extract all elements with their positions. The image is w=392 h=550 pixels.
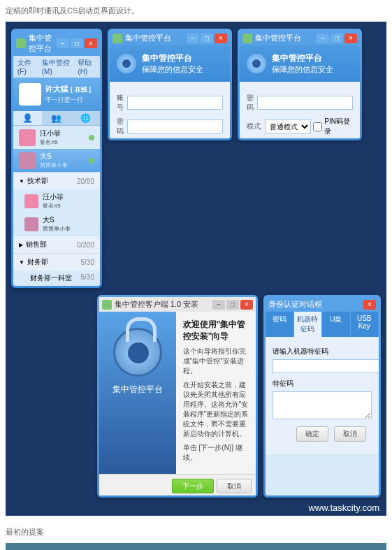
- minimize-button[interactable]: −: [212, 300, 225, 310]
- contact-avatar: [24, 194, 38, 208]
- watermark: www.taskcity.com: [308, 502, 379, 513]
- contact-name: 汪小菲: [43, 192, 94, 202]
- contact-sig: 签名X5: [43, 202, 94, 210]
- lock-icon: [247, 54, 266, 73]
- ok-button[interactable]: 确定: [296, 426, 328, 442]
- password-label: 密码: [247, 93, 257, 113]
- contact-name: 大S: [40, 152, 85, 161]
- tab-recent[interactable]: 🌐: [71, 111, 100, 125]
- contact-name: 汪小菲: [40, 129, 85, 138]
- auth-dialog: 身份认证对话框 × 密码 机器特征码 U盘 USB Key 请输入机器特征码: [263, 295, 381, 498]
- auth-tab-machine[interactable]: 机器特征码: [294, 312, 323, 337]
- mode-select[interactable]: 普通模式: [265, 120, 311, 133]
- auth-tab-usbkey[interactable]: USB Key: [351, 312, 379, 337]
- password-input[interactable]: [257, 96, 353, 110]
- profile-sig[interactable]: 干一行爱一行: [45, 96, 91, 105]
- auth-tab-usb[interactable]: U盘: [322, 312, 351, 337]
- pin-checkbox[interactable]: [313, 122, 322, 131]
- installer-window: 集中管控客户端 1.0 安装 −□× 集中管控平台 欢迎使用"集中管控安装"向导…: [97, 295, 258, 498]
- installer-text: 这个向导将指引你完成"集中管控"安装进程。: [183, 347, 249, 376]
- minimize-button[interactable]: −: [57, 38, 69, 48]
- section2-title: 最初的提案: [6, 527, 386, 537]
- installer-text: 在开始安装之前，建议先关闭其他所有应用程序。这将允许"安装程序"更新指定的系统文…: [183, 380, 249, 439]
- lock-icon: [117, 54, 136, 73]
- subgroup-finance[interactable]: 财务部一科室 5/30: [13, 270, 100, 286]
- avatar[interactable]: [19, 83, 41, 106]
- contact-avatar: [24, 217, 38, 231]
- tab-bar: 👤 👥 🌐: [13, 111, 100, 126]
- login-window-1: 集中管控平台 −□× 集中管控平台保障您的信息安全 账号 密码 设置普通模式PI…: [108, 29, 232, 140]
- close-button[interactable]: ×: [344, 34, 357, 43]
- account-input[interactable]: [127, 96, 223, 110]
- group-count: 0/200: [77, 241, 94, 249]
- contact-item-selected[interactable]: 大S简简单小事: [13, 149, 100, 172]
- contact-name: 大S: [43, 215, 94, 225]
- close-button[interactable]: ×: [215, 34, 227, 43]
- group-count: 5/30: [81, 259, 94, 266]
- maximize-button[interactable]: □: [201, 34, 213, 43]
- chevron-right-icon: ▶: [19, 242, 23, 248]
- contact-avatar: [19, 129, 36, 146]
- contact-avatar: [19, 152, 36, 169]
- group-tech[interactable]: ▼ 技术部 20/80: [13, 172, 100, 189]
- password-input[interactable]: [127, 120, 223, 133]
- status-dot: [89, 158, 94, 164]
- group-name: 销售部: [26, 240, 77, 249]
- installer-text: 单击 [下一步(N)] 继续。: [183, 443, 249, 463]
- account-label: 账号: [117, 93, 127, 113]
- chevron-down-icon: ▼: [19, 259, 24, 266]
- profile-status[interactable]: [ 在线 ]: [71, 86, 91, 93]
- profile-name: 许大猛: [45, 85, 68, 93]
- auth-code-input[interactable]: [273, 359, 379, 373]
- login-header: 集中管控平台保障您的信息安全: [272, 52, 333, 75]
- app-icon: [16, 38, 26, 48]
- minimize-button[interactable]: −: [317, 34, 329, 43]
- maximize-button[interactable]: □: [226, 300, 239, 310]
- window-title: 集中管控平台: [125, 33, 187, 43]
- menu-main[interactable]: 集中管控(M): [42, 58, 71, 75]
- login-window-2: 集中管控平台 −□× 集中管控平台保障您的信息安全 密码 模式普通模式PIN码登…: [238, 29, 362, 140]
- blue-canvas: 集中管控平台 − □ × 文件(F) 集中管控(M) 帮助(H): [6, 22, 386, 516]
- contact-window: 集中管控平台 − □ × 文件(F) 集中管控(M) 帮助(H): [11, 29, 102, 288]
- next-button[interactable]: 下一步: [172, 479, 214, 493]
- teal-canvas: 集中管控系统−□× 文件(F)集中管控(M) 许大猛干一行爱一行 汪小菲简简单小…: [6, 543, 386, 550]
- app-icon: [242, 34, 252, 43]
- cancel-button[interactable]: 取消: [334, 426, 366, 442]
- subgroup-name: 财务部一科室: [30, 273, 81, 283]
- contact-sig: 签名X5: [40, 138, 85, 146]
- password-label: 密码: [117, 117, 127, 136]
- group-sales[interactable]: ▶ 销售部 0/200: [13, 236, 100, 253]
- contact-sig: 简简单小事: [40, 161, 85, 169]
- menu-help[interactable]: 帮助(H): [78, 58, 96, 75]
- profile-area: 许大猛 [ 在线 ] 干一行爱一行: [13, 78, 100, 111]
- group-count: 20/80: [77, 178, 94, 185]
- installer-title: 集中管控客户端 1.0 安装: [115, 299, 212, 310]
- menu-bar: 文件(F) 集中管控(M) 帮助(H): [13, 56, 100, 78]
- maximize-button[interactable]: □: [71, 38, 83, 48]
- contact-item[interactable]: 大S简简单小事: [13, 212, 100, 236]
- cancel-button[interactable]: 取消: [217, 479, 252, 493]
- close-button[interactable]: ×: [85, 38, 97, 48]
- installer-brand: 集中管控平台: [105, 384, 170, 396]
- auth-tab-password[interactable]: 密码: [266, 312, 294, 337]
- auth-input-label: 请输入机器特征码: [273, 347, 372, 356]
- status-dot: [89, 135, 94, 140]
- app-icon: [102, 300, 112, 310]
- auth-code-textarea[interactable]: [273, 391, 372, 419]
- contact-item[interactable]: 汪小菲签名X5: [13, 189, 100, 212]
- contact-item[interactable]: 汪小菲签名X5: [13, 126, 100, 149]
- login-header: 集中管控平台保障您的信息安全: [142, 52, 203, 75]
- pin-label: PIN码登录: [324, 117, 353, 136]
- minimize-button[interactable]: −: [187, 34, 199, 43]
- section1-title: 定稿的即时通讯及CS启动页界面设计。: [6, 6, 386, 16]
- menu-file[interactable]: 文件(F): [17, 58, 35, 75]
- maximize-button[interactable]: □: [331, 34, 343, 43]
- tab-contacts[interactable]: 👤: [13, 111, 42, 125]
- tab-groups[interactable]: 👥: [42, 111, 71, 125]
- subgroup-count: 5/30: [81, 273, 94, 283]
- group-finance[interactable]: ▼ 财务部 5/30: [13, 253, 100, 270]
- close-button[interactable]: ×: [240, 300, 253, 310]
- close-button[interactable]: ×: [363, 300, 376, 310]
- chevron-down-icon: ▼: [19, 178, 24, 184]
- auth-code-label: 特征码: [273, 379, 372, 389]
